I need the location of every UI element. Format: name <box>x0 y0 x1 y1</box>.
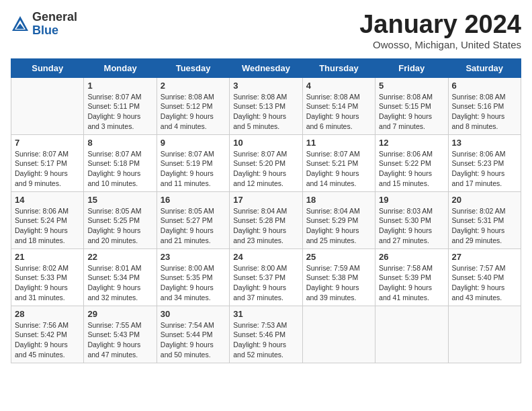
weekday-header-saturday: Saturday <box>448 58 521 77</box>
weekday-header-sunday: Sunday <box>11 58 84 77</box>
day-info: Sunrise: 8:02 AMSunset: 5:33 PMDaylight:… <box>15 263 80 303</box>
day-info: Sunrise: 8:05 AMSunset: 5:27 PMDaylight:… <box>161 206 226 246</box>
day-number: 17 <box>233 195 298 205</box>
day-number: 10 <box>233 138 298 148</box>
page-header: General Blue January 2024 Owosso, Michig… <box>11 11 521 50</box>
weekday-header-wednesday: Wednesday <box>230 58 302 77</box>
day-info: Sunrise: 8:05 AMSunset: 5:25 PMDaylight:… <box>87 206 152 246</box>
day-number: 12 <box>379 138 444 148</box>
calendar-cell: 6Sunrise: 8:08 AMSunset: 5:16 PMDaylight… <box>448 77 521 134</box>
day-number: 16 <box>161 195 226 205</box>
day-number: 20 <box>452 195 517 205</box>
day-number: 8 <box>87 138 152 148</box>
weekday-header-friday: Friday <box>375 58 448 77</box>
day-info: Sunrise: 7:57 AMSunset: 5:40 PMDaylight:… <box>452 263 517 303</box>
day-number: 6 <box>452 81 517 91</box>
calendar-cell: 2Sunrise: 8:08 AMSunset: 5:12 PMDaylight… <box>157 77 229 134</box>
calendar-week-row: 28Sunrise: 7:56 AMSunset: 5:42 PMDayligh… <box>11 306 521 363</box>
calendar-cell: 27Sunrise: 7:57 AMSunset: 5:40 PMDayligh… <box>448 248 521 306</box>
day-number: 7 <box>15 138 80 148</box>
calendar-cell: 29Sunrise: 7:55 AMSunset: 5:43 PMDayligh… <box>84 306 157 363</box>
calendar-cell: 10Sunrise: 8:07 AMSunset: 5:20 PMDayligh… <box>230 134 302 191</box>
day-number: 11 <box>306 138 371 148</box>
day-number: 30 <box>161 309 226 319</box>
calendar-week-row: 7Sunrise: 8:07 AMSunset: 5:17 PMDaylight… <box>11 134 521 191</box>
day-number: 22 <box>87 252 152 262</box>
calendar-cell: 17Sunrise: 8:04 AMSunset: 5:28 PMDayligh… <box>230 191 302 248</box>
calendar-table: SundayMondayTuesdayWednesdayThursdayFrid… <box>11 58 521 363</box>
day-number: 9 <box>161 138 226 148</box>
calendar-cell <box>375 306 448 363</box>
calendar-cell: 4Sunrise: 8:08 AMSunset: 5:14 PMDaylight… <box>302 77 375 134</box>
day-info: Sunrise: 8:07 AMSunset: 5:17 PMDaylight:… <box>15 149 80 189</box>
day-number: 15 <box>87 195 152 205</box>
day-info: Sunrise: 8:06 AMSunset: 5:24 PMDaylight:… <box>15 206 80 246</box>
day-info: Sunrise: 8:08 AMSunset: 5:15 PMDaylight:… <box>379 92 444 132</box>
day-number: 31 <box>233 309 298 319</box>
calendar-cell: 9Sunrise: 8:07 AMSunset: 5:19 PMDaylight… <box>157 134 229 191</box>
day-info: Sunrise: 8:08 AMSunset: 5:14 PMDaylight:… <box>306 92 371 132</box>
day-info: Sunrise: 8:07 AMSunset: 5:11 PMDaylight:… <box>87 92 152 132</box>
day-info: Sunrise: 7:53 AMSunset: 5:46 PMDaylight:… <box>233 320 298 360</box>
day-number: 28 <box>15 309 80 319</box>
day-info: Sunrise: 8:01 AMSunset: 5:34 PMDaylight:… <box>87 263 152 303</box>
calendar-cell: 3Sunrise: 8:08 AMSunset: 5:13 PMDaylight… <box>230 77 302 134</box>
calendar-cell: 20Sunrise: 8:02 AMSunset: 5:31 PMDayligh… <box>448 191 521 248</box>
day-number: 25 <box>306 252 371 262</box>
day-number: 14 <box>15 195 80 205</box>
day-info: Sunrise: 8:00 AMSunset: 5:35 PMDaylight:… <box>161 263 226 303</box>
calendar-cell: 23Sunrise: 8:00 AMSunset: 5:35 PMDayligh… <box>157 248 229 306</box>
day-number: 26 <box>379 252 444 262</box>
weekday-header-row: SundayMondayTuesdayWednesdayThursdayFrid… <box>11 58 521 77</box>
calendar-cell <box>11 77 84 134</box>
logo-text: General Blue <box>32 11 77 38</box>
day-info: Sunrise: 8:04 AMSunset: 5:29 PMDaylight:… <box>306 206 371 246</box>
calendar-title: January 2024 <box>359 11 521 39</box>
calendar-cell: 14Sunrise: 8:06 AMSunset: 5:24 PMDayligh… <box>11 191 84 248</box>
day-number: 21 <box>15 252 80 262</box>
calendar-cell <box>302 306 375 363</box>
day-info: Sunrise: 8:07 AMSunset: 5:18 PMDaylight:… <box>87 149 152 189</box>
day-info: Sunrise: 8:06 AMSunset: 5:22 PMDaylight:… <box>379 149 444 189</box>
calendar-cell: 8Sunrise: 8:07 AMSunset: 5:18 PMDaylight… <box>84 134 157 191</box>
day-number: 29 <box>87 309 152 319</box>
calendar-cell: 5Sunrise: 8:08 AMSunset: 5:15 PMDaylight… <box>375 77 448 134</box>
calendar-cell: 18Sunrise: 8:04 AMSunset: 5:29 PMDayligh… <box>302 191 375 248</box>
day-info: Sunrise: 7:54 AMSunset: 5:44 PMDaylight:… <box>161 320 226 360</box>
weekday-header-monday: Monday <box>84 58 157 77</box>
day-info: Sunrise: 7:59 AMSunset: 5:38 PMDaylight:… <box>306 263 371 303</box>
calendar-cell: 22Sunrise: 8:01 AMSunset: 5:34 PMDayligh… <box>84 248 157 306</box>
day-number: 3 <box>233 81 298 91</box>
day-number: 1 <box>87 81 152 91</box>
day-number: 19 <box>379 195 444 205</box>
day-number: 2 <box>161 81 226 91</box>
calendar-cell <box>448 306 521 363</box>
day-info: Sunrise: 8:02 AMSunset: 5:31 PMDaylight:… <box>452 206 517 246</box>
day-info: Sunrise: 8:04 AMSunset: 5:28 PMDaylight:… <box>233 206 298 246</box>
weekday-header-thursday: Thursday <box>302 58 375 77</box>
calendar-cell: 13Sunrise: 8:06 AMSunset: 5:23 PMDayligh… <box>448 134 521 191</box>
calendar-cell: 31Sunrise: 7:53 AMSunset: 5:46 PMDayligh… <box>230 306 302 363</box>
logo-icon <box>11 15 30 34</box>
calendar-week-row: 21Sunrise: 8:02 AMSunset: 5:33 PMDayligh… <box>11 248 521 306</box>
calendar-cell: 12Sunrise: 8:06 AMSunset: 5:22 PMDayligh… <box>375 134 448 191</box>
calendar-cell: 16Sunrise: 8:05 AMSunset: 5:27 PMDayligh… <box>157 191 229 248</box>
calendar-cell: 28Sunrise: 7:56 AMSunset: 5:42 PMDayligh… <box>11 306 84 363</box>
day-number: 5 <box>379 81 444 91</box>
day-info: Sunrise: 8:07 AMSunset: 5:21 PMDaylight:… <box>306 149 371 189</box>
weekday-header-tuesday: Tuesday <box>157 58 229 77</box>
day-info: Sunrise: 8:06 AMSunset: 5:23 PMDaylight:… <box>452 149 517 189</box>
day-number: 18 <box>306 195 371 205</box>
calendar-cell: 25Sunrise: 7:59 AMSunset: 5:38 PMDayligh… <box>302 248 375 306</box>
day-number: 4 <box>306 81 371 91</box>
day-info: Sunrise: 8:08 AMSunset: 5:13 PMDaylight:… <box>233 92 298 132</box>
day-info: Sunrise: 7:55 AMSunset: 5:43 PMDaylight:… <box>87 320 152 360</box>
calendar-cell: 11Sunrise: 8:07 AMSunset: 5:21 PMDayligh… <box>302 134 375 191</box>
calendar-cell: 26Sunrise: 7:58 AMSunset: 5:39 PMDayligh… <box>375 248 448 306</box>
calendar-cell: 15Sunrise: 8:05 AMSunset: 5:25 PMDayligh… <box>84 191 157 248</box>
day-info: Sunrise: 8:07 AMSunset: 5:19 PMDaylight:… <box>161 149 226 189</box>
day-info: Sunrise: 8:08 AMSunset: 5:16 PMDaylight:… <box>452 92 517 132</box>
logo: General Blue <box>11 11 77 38</box>
day-number: 27 <box>452 252 517 262</box>
day-info: Sunrise: 8:08 AMSunset: 5:12 PMDaylight:… <box>161 92 226 132</box>
